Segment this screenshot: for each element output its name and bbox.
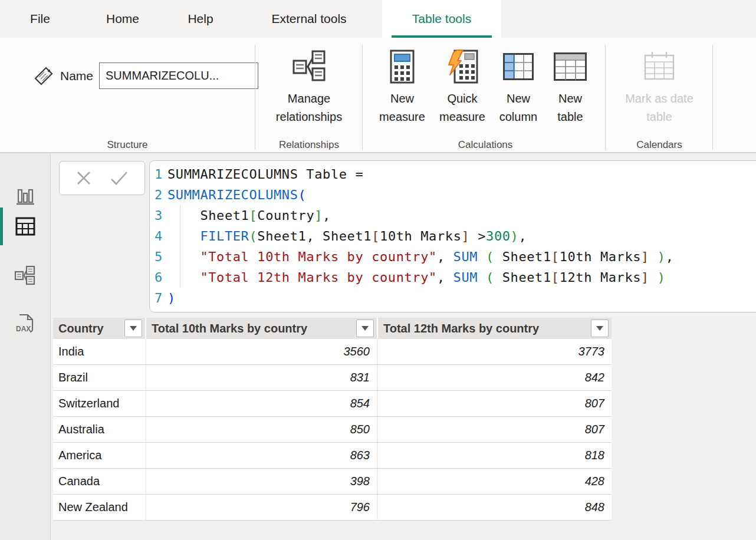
- new-column-button[interactable]: New column: [492, 44, 545, 126]
- country-cell[interactable]: India: [53, 339, 146, 364]
- quick-measure-button[interactable]: Quick measure: [432, 44, 493, 126]
- tab-home-label: Home: [106, 12, 139, 26]
- line-number: 3: [150, 205, 167, 226]
- tab-external-tools-label: External tools: [271, 12, 346, 26]
- relationships-group-label: Relationships: [261, 139, 357, 151]
- code-line[interactable]: 4 FILTER(Sheet1, Sheet1[10th Marks] >300…: [150, 226, 756, 246]
- data-grid: Country Total 10th Marks by country Tota…: [53, 318, 612, 521]
- code-text: "Total 12th Marks by country", SUM ( She…: [167, 267, 666, 288]
- value-cell[interactable]: 796: [146, 495, 378, 520]
- value-cell[interactable]: 428: [378, 469, 612, 494]
- sidebar-item-dax-query-view[interactable]: DAX: [0, 305, 51, 343]
- code-line[interactable]: 7): [150, 288, 756, 308]
- code-line[interactable]: 1SUMMARIZECOLUMNS Table =: [150, 164, 756, 185]
- dax-formula-editor[interactable]: 1SUMMARIZECOLUMNS Table =2SUMMARIZECOLUM…: [149, 160, 756, 312]
- tab-help-label: Help: [188, 12, 213, 26]
- ribbon: Name Structure Manage relationships Rela…: [0, 38, 756, 153]
- code-text: ): [167, 288, 176, 308]
- tab-help[interactable]: Help: [170, 0, 231, 38]
- table-name-input[interactable]: [99, 62, 258, 89]
- filter-dropdown-button[interactable]: [124, 320, 142, 337]
- column-header-label: Total 10th Marks by country: [152, 322, 307, 335]
- commit-formula-icon[interactable]: [109, 169, 129, 187]
- table-row: Canada398428: [53, 469, 612, 495]
- dax-icon-text: DAX: [16, 325, 31, 333]
- country-cell[interactable]: Australia: [53, 417, 146, 442]
- code-lines[interactable]: 1SUMMARIZECOLUMNS Table =2SUMMARIZECOLUM…: [150, 164, 756, 308]
- data-grid-body: India35603773Brazil831842Switzerland8548…: [53, 339, 612, 521]
- code-text: SUMMARIZECOLUMNS(: [167, 185, 306, 205]
- new-measure-icon: [389, 49, 416, 84]
- country-cell[interactable]: Switzerland: [53, 391, 146, 416]
- code-text: Sheet1[Country],: [167, 205, 331, 226]
- table-view-icon: [15, 216, 36, 236]
- tab-external-tools[interactable]: External tools: [243, 0, 375, 38]
- sidebar-item-model-view[interactable]: [0, 256, 51, 294]
- tab-file-label: File: [30, 12, 50, 26]
- sidebar-item-table-view[interactable]: [0, 208, 51, 245]
- value-cell[interactable]: 831: [146, 365, 378, 390]
- indent-guide: [180, 205, 180, 288]
- value-cell[interactable]: 807: [378, 417, 612, 442]
- structure-group: Name: [33, 62, 258, 89]
- column-header-total-12th-marks[interactable]: Total 12th Marks by country: [378, 318, 612, 339]
- country-cell[interactable]: America: [53, 443, 146, 468]
- name-field-label: Name: [60, 69, 93, 83]
- table-row: India35603773: [53, 339, 612, 365]
- code-line[interactable]: 3 Sheet1[Country],: [150, 205, 756, 226]
- line-number: 1: [150, 164, 167, 185]
- code-text: FILTER(Sheet1, Sheet1[10th Marks] >300),: [167, 226, 527, 246]
- filter-dropdown-button[interactable]: [591, 320, 609, 337]
- value-cell[interactable]: 863: [146, 443, 378, 468]
- country-cell[interactable]: Canada: [53, 469, 146, 494]
- structure-group-label: Structure: [24, 139, 231, 151]
- column-header-label: Total 12th Marks by country: [383, 322, 539, 335]
- calculations-group-label: Calculations: [374, 139, 597, 151]
- formula-bar-actions: [59, 161, 145, 195]
- country-cell[interactable]: New Zealand: [53, 495, 146, 520]
- new-measure-button[interactable]: New measure: [374, 44, 430, 126]
- code-text: "Total 10th Marks by country", SUM ( She…: [167, 246, 674, 267]
- tab-home[interactable]: Home: [87, 0, 158, 38]
- filter-dropdown-button[interactable]: [356, 320, 374, 337]
- mark-as-date-table-label: Mark as date table: [612, 90, 706, 126]
- tab-table-tools[interactable]: Table tools: [382, 0, 501, 38]
- line-number: 5: [150, 246, 167, 267]
- new-table-label: New table: [546, 90, 594, 126]
- line-number: 7: [150, 288, 167, 308]
- value-cell[interactable]: 818: [378, 443, 612, 468]
- tab-file[interactable]: File: [17, 0, 64, 38]
- value-cell[interactable]: 842: [378, 365, 612, 390]
- value-cell[interactable]: 854: [146, 391, 378, 416]
- code-line[interactable]: 6 "Total 12th Marks by country", SUM ( S…: [150, 267, 756, 288]
- value-cell[interactable]: 848: [378, 495, 612, 520]
- dax-query-view-icon: DAX: [14, 313, 37, 335]
- new-measure-label: New measure: [374, 90, 430, 126]
- tab-table-tools-label: Table tools: [412, 12, 471, 26]
- cancel-formula-icon[interactable]: [75, 169, 93, 187]
- table-row: Switzerland854807: [53, 391, 612, 417]
- value-cell[interactable]: 3560: [146, 339, 378, 364]
- manage-relationships-icon: [290, 49, 328, 84]
- new-table-button[interactable]: New table: [546, 44, 594, 126]
- new-table-icon: [553, 52, 587, 81]
- new-column-icon: [502, 52, 534, 81]
- column-header-total-10th-marks[interactable]: Total 10th Marks by country: [146, 318, 378, 339]
- value-cell[interactable]: 398: [146, 469, 378, 494]
- ribbon-tab-bar: File Home Help External tools Table tool…: [0, 0, 756, 38]
- value-cell[interactable]: 850: [146, 417, 378, 442]
- manage-relationships-button[interactable]: Manage relationships: [261, 44, 357, 126]
- new-column-label: New column: [492, 90, 545, 126]
- code-text: SUMMARIZECOLUMNS Table =: [167, 164, 363, 185]
- country-cell[interactable]: Brazil: [53, 365, 146, 390]
- code-line[interactable]: 2SUMMARIZECOLUMNS(: [150, 185, 756, 205]
- manage-relationships-label: Manage relationships: [261, 90, 357, 126]
- column-header-country[interactable]: Country: [53, 318, 146, 339]
- column-header-label: Country: [58, 322, 104, 335]
- group-separator: [362, 45, 363, 150]
- value-cell[interactable]: 807: [378, 391, 612, 416]
- table-row: America863818: [53, 443, 612, 469]
- tag-icon: [33, 65, 54, 87]
- value-cell[interactable]: 3773: [378, 339, 612, 364]
- code-line[interactable]: 5 "Total 10th Marks by country", SUM ( S…: [150, 246, 756, 267]
